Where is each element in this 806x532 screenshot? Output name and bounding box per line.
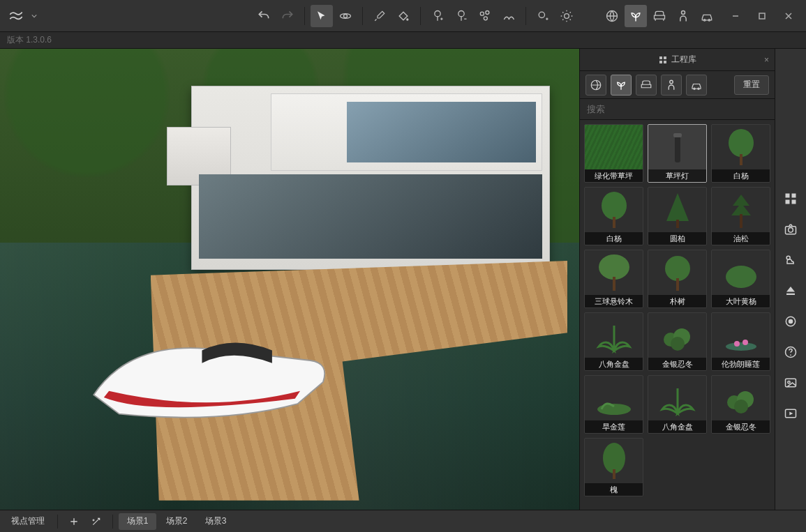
asset-item[interactable]: 八角金盘 [584, 312, 643, 371]
svg-point-31 [789, 320, 793, 324]
asset-item[interactable]: 朴树 [648, 250, 707, 308]
asset-item[interactable]: 白杨 [584, 187, 643, 245]
svg-point-33 [790, 354, 791, 356]
asset-item[interactable]: 大叶黄杨 [711, 250, 770, 308]
window-maximize-icon[interactable] [749, 5, 775, 27]
window-close-icon[interactable] [775, 5, 802, 27]
svg-point-7 [484, 16, 487, 20]
plant-add-tool-icon[interactable] [426, 5, 449, 27]
rail-target-icon[interactable] [780, 311, 801, 332]
select-tool-icon[interactable] [311, 5, 333, 27]
scene-add-icon[interactable] [64, 513, 84, 530]
scene-tab-label: 场景3 [205, 515, 227, 527]
app-logo-icon[interactable] [4, 4, 28, 28]
asset-thumb [585, 313, 643, 358]
rail-play-icon[interactable] [780, 403, 801, 424]
asset-label: 金银忍冬 [712, 420, 770, 433]
asset-item[interactable]: 伦勃朗睡莲 [711, 312, 770, 371]
category-plant-icon[interactable] [611, 75, 632, 96]
asset-label: 朴树 [648, 295, 706, 307]
viewport-3d[interactable] [0, 49, 580, 510]
asset-item[interactable]: 金银忍冬 [648, 312, 707, 371]
asset-item[interactable]: 金银忍冬 [711, 375, 770, 434]
svg-rect-18 [664, 61, 666, 63]
window-minimize-icon[interactable] [722, 5, 749, 27]
grid-view-icon [659, 56, 667, 64]
furniture-lib-icon[interactable] [648, 5, 671, 27]
asset-item[interactable]: 旱金莲 [584, 375, 643, 434]
svg-point-20 [670, 80, 673, 84]
undo-icon[interactable] [253, 5, 275, 27]
category-people-icon[interactable] [661, 75, 682, 96]
people-lib-icon[interactable] [672, 5, 694, 27]
asset-grid: 绿化带草坪草坪灯白杨白杨圆柏油松三球悬铃木朴树大叶黄杨八角金盘金银忍冬伦勃朗睡莲… [584, 124, 770, 496]
asset-item[interactable]: 油松 [711, 187, 770, 245]
library-category-bar: 重置 [580, 71, 775, 99]
vehicle-lib-icon[interactable] [696, 5, 718, 27]
viewpoint-manage-label: 视点管理 [11, 515, 45, 527]
svg-rect-14 [759, 13, 765, 19]
asset-thumb [712, 125, 770, 169]
scene-tab-label: 场景1 [127, 515, 149, 527]
category-furniture-icon[interactable] [636, 75, 657, 96]
plant-lib-icon[interactable] [625, 5, 647, 27]
scene-magic-icon[interactable] [86, 513, 107, 530]
scene-tab[interactable]: 场景2 [158, 513, 195, 530]
category-material-icon[interactable] [585, 75, 606, 96]
library-panel-title: 工程库 [671, 54, 696, 66]
asset-label: 金银忍冬 [648, 358, 706, 370]
paint-bucket-tool-icon[interactable] [392, 5, 415, 27]
asset-item[interactable]: 槐 [584, 438, 643, 496]
svg-point-3 [435, 10, 440, 16]
asset-item[interactable]: 绿化带草坪 [584, 124, 643, 183]
category-vehicle-icon[interactable] [686, 75, 707, 96]
asset-item[interactable]: 八角金盘 [648, 375, 707, 434]
svg-point-0 [344, 14, 348, 17]
asset-thumb [585, 188, 643, 232]
scene-tab[interactable]: 场景1 [119, 513, 156, 530]
sun-tool-icon[interactable] [555, 5, 578, 27]
orbit-tool-icon[interactable] [334, 5, 357, 27]
svg-point-11 [682, 10, 685, 14]
plant-scatter-tool-icon[interactable] [474, 5, 496, 27]
rail-eject-icon[interactable] [780, 280, 801, 301]
rail-help-icon[interactable] [780, 342, 801, 363]
library-panel-header: 工程库 × [580, 49, 775, 71]
material-lib-icon[interactable] [601, 5, 623, 27]
asset-thumb [648, 125, 706, 169]
rail-camera-icon[interactable] [780, 219, 801, 240]
panel-close-icon[interactable]: × [764, 55, 769, 65]
svg-point-35 [788, 381, 790, 383]
asset-item[interactable]: 圆柏 [648, 187, 707, 245]
eyedropper-tool-icon[interactable] [368, 5, 391, 27]
library-search-input[interactable] [580, 99, 775, 119]
rail-weather-icon[interactable] [780, 250, 801, 271]
asset-label: 白杨 [585, 232, 643, 245]
svg-point-8 [539, 12, 544, 17]
svg-rect-15 [659, 56, 662, 59]
asset-thumb [648, 188, 706, 232]
asset-thumb [648, 376, 706, 420]
asset-label: 油松 [712, 232, 770, 245]
svg-rect-23 [786, 194, 790, 198]
asset-thumb [585, 125, 643, 169]
light-add-tool-icon[interactable] [532, 5, 554, 27]
asset-item[interactable]: 三球悬铃木 [584, 250, 643, 308]
rail-image-icon[interactable] [780, 372, 801, 393]
app-menu-dropdown-icon[interactable] [31, 13, 38, 19]
asset-label: 旱金莲 [585, 420, 643, 433]
scene-tab[interactable]: 场景3 [197, 513, 234, 530]
svg-rect-24 [792, 194, 796, 198]
rail-grid-icon[interactable] [780, 188, 801, 209]
plant-remove-tool-icon[interactable] [450, 5, 472, 27]
asset-label: 圆柏 [648, 232, 706, 245]
asset-label: 大叶黄杨 [712, 295, 770, 307]
asset-item[interactable]: 白杨 [711, 124, 770, 183]
asset-label: 槐 [585, 483, 643, 496]
plant-brush-tool-icon[interactable] [498, 5, 520, 27]
viewpoint-manage-button[interactable]: 视点管理 [4, 513, 52, 530]
asset-item[interactable]: 草坪灯 [648, 124, 707, 183]
svg-rect-17 [659, 61, 662, 63]
reset-button[interactable]: 重置 [734, 75, 769, 95]
reset-button-label: 重置 [743, 79, 760, 91]
